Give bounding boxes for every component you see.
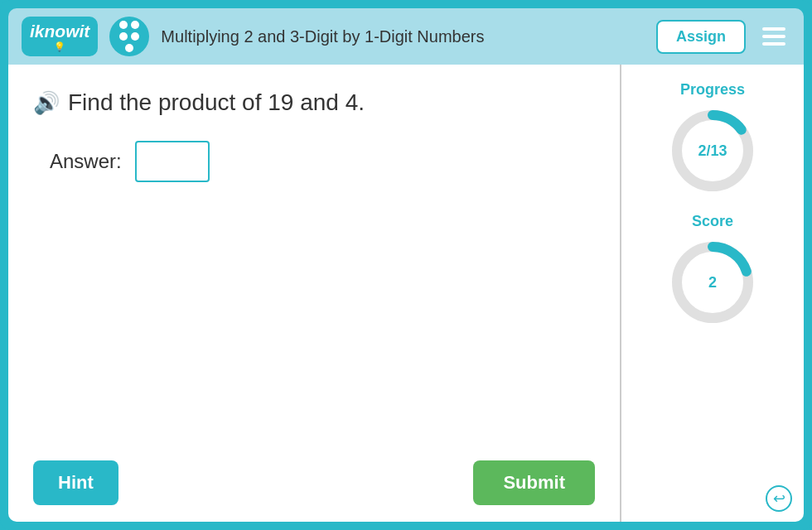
progress-section: Progress 2/13: [667, 81, 758, 196]
progress-label: Progress: [680, 81, 745, 99]
logo-box: iknowit 💡: [22, 17, 98, 55]
back-arrow-icon: ↩: [773, 489, 785, 508]
logo-tagline: 💡: [54, 41, 65, 51]
progress-donut: 2/13: [667, 105, 758, 196]
hint-button[interactable]: Hint: [33, 460, 118, 505]
question-text: Find the product of 19 and 4.: [68, 89, 365, 116]
submit-button[interactable]: Submit: [473, 460, 595, 505]
answer-row: Answer:: [33, 141, 595, 182]
speaker-icon[interactable]: 🔊: [33, 90, 60, 116]
hamburger-line-1: [762, 27, 785, 31]
hamburger-line-3: [762, 42, 785, 46]
score-label: Score: [692, 213, 733, 230]
score-donut: 2: [667, 237, 758, 328]
assign-button[interactable]: Assign: [656, 20, 746, 54]
answer-label: Answer:: [50, 150, 122, 173]
header: iknowit 💡 Multiplying 2 and 3-Digit by 1…: [8, 8, 804, 65]
progress-value: 2/13: [698, 142, 727, 160]
header-title: Multiplying 2 and 3-Digit by 1-Digit Num…: [161, 27, 645, 46]
question-row: 🔊 Find the product of 19 and 4.: [33, 89, 595, 116]
logo-text: iknowit: [30, 22, 89, 41]
left-panel: 🔊 Find the product of 19 and 4. Answer: …: [8, 65, 621, 522]
lesson-icon: [109, 17, 149, 56]
back-button[interactable]: ↩: [766, 485, 792, 512]
app-container: iknowit 💡 Multiplying 2 and 3-Digit by 1…: [0, 0, 812, 530]
main-area: 🔊 Find the product of 19 and 4. Answer: …: [8, 65, 804, 522]
menu-button[interactable]: [757, 22, 790, 51]
right-panel: Progress 2/13 Score 2: [621, 65, 804, 522]
answer-input[interactable]: [135, 141, 210, 182]
hamburger-line-2: [762, 35, 785, 38]
score-value: 2: [708, 274, 717, 292]
bottom-buttons: Hint Submit: [33, 460, 595, 505]
score-section: Score 2: [667, 213, 758, 328]
